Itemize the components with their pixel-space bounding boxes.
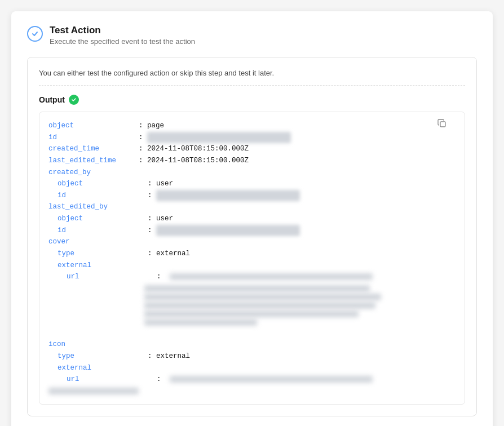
blurred-cover-url-line1 (170, 273, 373, 280)
row-cover-external: external (48, 260, 442, 272)
blurred-cover-url-block (144, 285, 442, 326)
key-last-edited-by-id: id (58, 225, 148, 237)
key-object: object (48, 120, 139, 132)
output-content[interactable]: object : page id : created_time : 2024-1… (39, 112, 465, 404)
page-title: Test Action (50, 25, 195, 36)
key-created-time: created_time (48, 143, 139, 155)
svg-rect-1 (440, 122, 445, 127)
key-icon-type: type (58, 350, 148, 362)
key-icon-external: external (58, 362, 148, 374)
val-last-edited-by-object: : user (148, 213, 442, 225)
row-icon: icon (48, 339, 442, 350)
key-icon: icon (48, 339, 139, 350)
row-created-time: created_time : 2024-11-08T08:15:00.000Z (48, 143, 442, 155)
blurred-line-5 (144, 319, 257, 326)
row-id: id : (48, 132, 442, 144)
key-id: id (48, 132, 139, 144)
val-icon-url: : (157, 374, 442, 385)
blurred-bottom-line (48, 388, 139, 394)
output-box: object : page id : created_time : 2024-1… (39, 112, 465, 405)
row-object: object : page (48, 120, 442, 132)
blurred-line-4 (144, 310, 359, 317)
row-last-edited-by: last_edited_by (48, 201, 442, 213)
val-created-time: : 2024-11-08T08:15:00.000Z (139, 143, 442, 155)
val-last-edited-by-id: : (148, 225, 442, 237)
header: Test Action Execute the specified event … (27, 25, 477, 46)
key-created-by-object: object (58, 178, 148, 190)
main-container: Test Action Execute the specified event … (11, 11, 493, 426)
blurred-icon-url (170, 376, 373, 383)
row-last-edited-by-id: id : (48, 225, 442, 237)
val-id: : (139, 132, 442, 144)
blurred-line-2 (144, 294, 381, 300)
val-icon-type: : external (148, 350, 442, 362)
row-cover-type: type : external (48, 248, 442, 260)
row-last-edited-time: last_edited_time : 2024-11-08T08:15:00.0… (48, 155, 442, 167)
success-icon (69, 95, 79, 105)
blurred-created-by-id (156, 190, 300, 202)
intro-text: You can either test the configured actio… (39, 69, 465, 86)
row-icon-url: url : (48, 374, 442, 385)
val-object: : page (139, 120, 442, 132)
key-created-by: created_by (48, 167, 139, 179)
key-icon-url: url (67, 374, 157, 385)
svg-point-0 (28, 26, 42, 41)
val-cover-url: : (157, 271, 442, 283)
output-text: Output (39, 95, 65, 104)
row-last-edited-by-object: object : user (48, 213, 442, 225)
row-cover-url: url : (48, 271, 442, 283)
key-cover: cover (48, 236, 139, 248)
key-created-by-id: id (58, 190, 148, 202)
copy-button[interactable] (435, 117, 449, 132)
row-created-by: created_by (48, 167, 442, 179)
blurred-id (147, 132, 291, 144)
header-text: Test Action Execute the specified event … (50, 25, 195, 46)
row-icon-type: type : external (48, 350, 442, 362)
val-created-by-object: : user (148, 178, 442, 190)
key-last-edited-by: last_edited_by (48, 201, 139, 213)
key-cover-url: url (67, 271, 157, 283)
val-last-edited-time: : 2024-11-08T08:15:00.000Z (139, 155, 442, 167)
row-created-by-object: object : user (48, 178, 442, 190)
blurred-line-1 (144, 285, 370, 292)
main-panel: You can either test the configured actio… (27, 57, 477, 416)
blurred-last-edited-by-id (156, 225, 300, 237)
val-cover-type: : external (148, 248, 442, 260)
row-icon-external: external (48, 362, 442, 374)
key-cover-type: type (58, 248, 148, 260)
page-subtitle: Execute the specified event to test the … (50, 37, 195, 46)
val-created-by-id: : (148, 190, 442, 202)
output-label: Output (39, 95, 465, 105)
blurred-line-3 (144, 302, 375, 309)
row-cover: cover (48, 236, 442, 248)
row-created-by-id: id : (48, 190, 442, 202)
key-last-edited-by-object: object (58, 213, 148, 225)
test-action-icon (27, 26, 43, 42)
key-cover-external: external (58, 260, 148, 272)
key-last-edited-time: last_edited_time (48, 155, 139, 167)
blurred-bottom (48, 388, 442, 394)
